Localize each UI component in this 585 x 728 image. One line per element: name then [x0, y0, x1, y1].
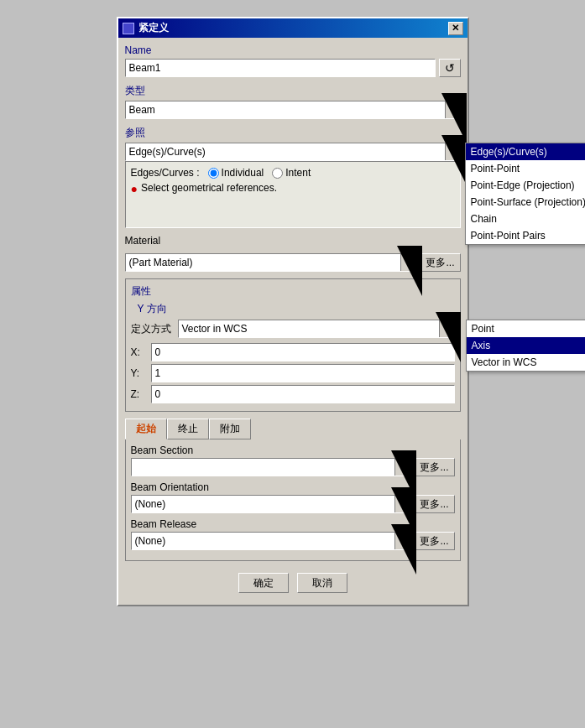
reference-popup: Edge(s)/Curve(s) Point-Point Point-Edge …	[465, 143, 586, 245]
individual-label: Individual	[222, 167, 264, 179]
hint-row: ● Select geometrical references.	[131, 182, 455, 195]
reference-dropdown[interactable]: Edge(s)/Curve(s) ▼	[125, 143, 461, 161]
z-label: Z:	[131, 388, 148, 400]
beam-release-arrow[interactable]: ▼	[394, 533, 410, 549]
name-section: Name ↺	[125, 44, 461, 77]
x-input[interactable]	[151, 343, 455, 361]
bottom-buttons: 确定 取消	[125, 568, 461, 598]
reference-dropdown-wrapper: Edge(s)/Curve(s) ▼ Edge(s)/Curve(s) Poin…	[125, 143, 461, 161]
x-label: X:	[131, 346, 148, 358]
intent-radio[interactable]	[272, 168, 283, 179]
material-arrow-btn[interactable]: ▼	[400, 254, 415, 271]
type-label: 类型	[125, 84, 461, 98]
y-label: Y:	[131, 367, 148, 379]
radio-row: Edges/Curves : Individual Intent	[131, 167, 455, 179]
edges-curves-label: Edges/Curves :	[131, 167, 200, 179]
x-row: X:	[131, 343, 455, 361]
beam-release-label: Beam Release	[131, 518, 455, 530]
def-option-1[interactable]: Axis	[467, 337, 586, 354]
attr-section: 属性 Y 方向 定义方式 Vector in WCS ▼	[125, 278, 461, 412]
tab-content: Beam Section ▼ 更多... Beam Orientation (N…	[125, 439, 461, 561]
material-row: (Part Material) ▼ 更多...	[125, 253, 461, 272]
name-input[interactable]	[125, 59, 436, 77]
intent-label: Intent	[285, 167, 311, 179]
beam-orientation-more-btn[interactable]: 更多...	[414, 495, 454, 513]
ref-option-2[interactable]: Point-Edge (Projection)	[466, 177, 586, 194]
type-arrow[interactable]: ▼	[445, 101, 460, 118]
tab-extra[interactable]: 附加	[209, 419, 251, 439]
individual-radio[interactable]	[208, 168, 219, 179]
z-input[interactable]	[151, 385, 455, 403]
name-label: Name	[125, 44, 461, 56]
reference-area: Edges/Curves : Individual Intent ● Selec…	[125, 161, 461, 228]
beam-orientation-dropdown[interactable]: (None) ▼	[131, 495, 411, 513]
hint-bullet: ●	[131, 182, 138, 195]
beam-section-dropdown[interactable]: ▼	[131, 458, 411, 476]
type-dropdown[interactable]: Beam ▼	[125, 101, 461, 119]
beam-section-more-btn[interactable]: 更多...	[414, 458, 454, 476]
beam-section-select-row: ▼ 更多...	[131, 458, 455, 476]
name-icon-btn[interactable]: ↺	[439, 59, 461, 77]
beam-release-value: (None)	[132, 533, 395, 549]
name-row: ↺	[125, 59, 461, 77]
y-input[interactable]	[151, 364, 455, 382]
material-more-btn[interactable]: 更多...	[420, 253, 460, 272]
window-title: 紧定义	[138, 21, 169, 35]
beam-section-row: Beam Section ▼ 更多...	[131, 445, 455, 476]
tabs-row: 起始 终止 附加	[125, 419, 461, 439]
def-option-2[interactable]: Vector in WCS	[467, 354, 586, 371]
reference-section: 参照 Edge(s)/Curve(s) ▼ Edge(s)/Curve(s) P…	[125, 126, 461, 228]
ref-option-4[interactable]: Chain	[466, 211, 586, 227]
beam-section-value	[132, 465, 395, 469]
def-arrow-indicator	[452, 323, 462, 338]
beam-release-select-row: (None) ▼ 更多...	[131, 532, 455, 550]
beam-section-arrow[interactable]: ▼	[394, 459, 410, 476]
individual-radio-label[interactable]: Individual	[208, 167, 264, 179]
ref-option-0[interactable]: Edge(s)/Curve(s)	[466, 143, 586, 160]
material-label: Material	[125, 235, 161, 247]
beam-release-more-btn[interactable]: 更多...	[414, 532, 454, 550]
material-select-wrapper: (Part Material) ▼	[125, 253, 417, 272]
type-section: 类型 Beam ▼	[125, 84, 461, 119]
window-content: Name ↺ 类型 Beam ▼ 参照 Edge(s)/Curve	[118, 38, 467, 605]
def-dropdown-container: Vector in WCS ▼ Point Axis Vector in WCS	[178, 320, 455, 338]
def-row: 定义方式 Vector in WCS ▼ Point Axis	[131, 320, 455, 338]
y-row: Y:	[131, 364, 455, 382]
close-button[interactable]: ✕	[448, 22, 463, 35]
reference-label: 参照	[125, 126, 461, 140]
svg-marker-1	[452, 325, 461, 335]
def-value: Vector in WCS	[179, 321, 439, 336]
tab-start[interactable]: 起始	[125, 419, 167, 439]
title-bar-left: 紧定义	[123, 21, 169, 35]
beam-orientation-label: Beam Orientation	[131, 481, 455, 493]
tab-end[interactable]: 终止	[167, 419, 209, 439]
main-window: 紧定义 ✕ Name ↺ 类型 Beam ▼ 参照	[117, 17, 469, 606]
ref-option-5[interactable]: Point-Point Pairs	[466, 227, 586, 244]
type-select-wrapper: Beam ▼	[125, 101, 461, 119]
beam-orientation-row: Beam Orientation (None) ▼ 更多...	[131, 481, 455, 513]
material-dropdown[interactable]: (Part Material) ▼	[125, 253, 417, 272]
ref-option-3[interactable]: Point-Surface (Projection)	[466, 194, 586, 211]
material-value: (Part Material)	[126, 255, 401, 270]
beam-orientation-arrow[interactable]: ▼	[394, 496, 410, 512]
intent-radio-label[interactable]: Intent	[272, 167, 311, 179]
material-section: Material	[125, 235, 461, 247]
def-label: 定义方式	[131, 322, 171, 336]
attr-title: 属性	[131, 284, 455, 299]
ref-option-1[interactable]: Point-Point	[466, 160, 586, 177]
beam-section-label: Beam Section	[131, 445, 455, 456]
type-value: Beam	[126, 102, 445, 117]
reference-value: Edge(s)/Curve(s)	[126, 144, 445, 159]
beam-release-dropdown[interactable]: (None) ▼	[131, 532, 411, 550]
cancel-button[interactable]: 取消	[297, 573, 347, 593]
def-popup: Point Axis Vector in WCS	[466, 320, 586, 372]
hint-text: Select geometrical references.	[141, 182, 277, 194]
beam-orientation-select-row: (None) ▼ 更多...	[131, 495, 455, 513]
title-bar: 紧定义 ✕	[118, 18, 467, 38]
def-dropdown[interactable]: Vector in WCS ▼	[178, 320, 455, 338]
y-direction-title: Y 方向	[138, 302, 455, 316]
window-icon	[123, 23, 134, 34]
beam-orientation-value: (None)	[132, 497, 395, 512]
confirm-button[interactable]: 确定	[238, 573, 289, 593]
def-option-0[interactable]: Point	[467, 320, 586, 337]
